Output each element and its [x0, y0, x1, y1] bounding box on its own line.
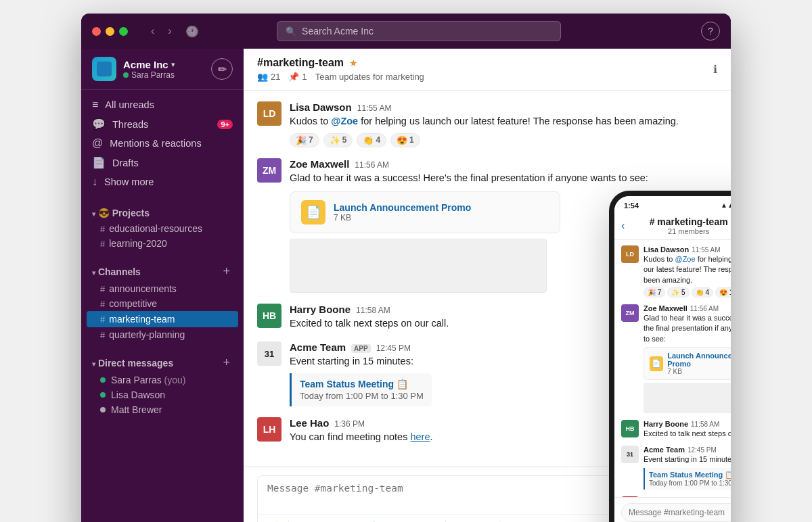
drafts-icon: 📄 — [92, 156, 106, 169]
phone-back-button[interactable]: ‹ — [621, 220, 625, 232]
emoji-button[interactable]: 😊 — [491, 519, 510, 522]
phone-message-input[interactable] — [621, 503, 731, 522]
back-button[interactable]: ‹ — [147, 22, 158, 41]
sidebar-item-all-unreads[interactable]: ≡ All unreads — [81, 95, 244, 114]
projects-section-header[interactable]: ▾ 😎 Projects — [81, 205, 244, 221]
channel-star-icon[interactable]: ★ — [349, 57, 358, 68]
event-time: Today from 1:00 PM to 1:30 PM — [300, 391, 424, 401]
minimize-button[interactable] — [106, 27, 114, 36]
message-row: LD Lisa Dawson 11:55 AM Kudos to @Zoe fo… — [257, 101, 717, 147]
search-input[interactable]: Search Acme Inc — [302, 26, 374, 37]
message-header: Lee Hao 1:36 PM — [290, 417, 433, 429]
phone-message-text: Excited to talk next steps on our call. — [644, 429, 731, 439]
file-type-icon: 📄 — [301, 200, 325, 224]
sidebar-item-mentions[interactable]: @ Mentions & reactions — [81, 134, 244, 153]
phone-time: 1:54 — [624, 201, 639, 210]
hash-icon: # — [100, 284, 105, 294]
quote-button[interactable]: ❝ — [410, 519, 422, 522]
mentions-icon: @ — [92, 137, 103, 149]
phone-message-time: 11:56 AM — [690, 305, 719, 312]
dm-name: Matt Brewer — [111, 404, 162, 415]
message-header: Harry Boone 11:58 AM — [290, 304, 449, 315]
reaction-item[interactable]: ✨ 5 — [323, 133, 353, 147]
history-button[interactable]: 🕐 — [181, 22, 203, 41]
projects-toggle-icon: ▾ — [92, 210, 95, 218]
channel-label: educational-resources — [109, 223, 202, 234]
phone-file-info: Launch Announcement Promo 7 KB — [667, 352, 731, 375]
search-bar[interactable]: 🔍 Search Acme Inc — [277, 21, 561, 41]
phone-mockup: 1:54 ▲▲▲ WiFi ▐▌ ‹ # marketing-team 21 m… — [609, 191, 731, 522]
channel-label: quarterly-planning — [109, 329, 185, 340]
phone-avatar: LD — [621, 245, 639, 263]
italic-button[interactable]: I — [311, 519, 320, 522]
strikethrough-button[interactable]: S — [323, 519, 336, 522]
channels-section-header[interactable]: ▾ Channels + — [81, 262, 244, 281]
channel-info-button[interactable]: ℹ — [713, 63, 717, 76]
channels-section: ▾ Channels + # announcements # competiti… — [81, 254, 244, 345]
text-format-button[interactable]: Aa — [451, 519, 470, 522]
phone-signal-icons: ▲▲▲ WiFi ▐▌ — [721, 201, 731, 209]
unordered-list-button[interactable]: ⁝ — [398, 519, 407, 522]
meeting-notes-link[interactable]: here — [410, 431, 430, 442]
dm-item-matt[interactable]: Matt Brewer — [81, 402, 244, 417]
message-header: Lisa Dawson 11:55 AM — [290, 101, 679, 113]
add-channel-button[interactable]: + — [220, 264, 233, 279]
phone-message-text: Kudos to @Zoe for helping us launch our … — [644, 254, 731, 285]
code-block-button[interactable]: ↲ — [425, 519, 440, 522]
dm-item-lisa[interactable]: Lisa Dawson — [81, 387, 244, 402]
code-button[interactable]: </> — [338, 519, 359, 522]
reaction-item[interactable]: 🎉 7 — [290, 133, 319, 147]
avatar: HB — [257, 304, 281, 328]
channel-item-quarterly-planning[interactable]: # quarterly-planning — [81, 327, 244, 342]
app-window: ‹ › 🕐 🔍 Search Acme Inc ? — [81, 14, 731, 522]
phone-messages-area[interactable]: LD Lisa Dawson 11:55 AM Kudos to @Zoe fo… — [614, 240, 731, 497]
forward-button[interactable]: › — [164, 22, 175, 41]
help-button[interactable]: ? — [701, 22, 720, 41]
channel-item-competitive[interactable]: # competitive — [81, 296, 244, 311]
phone-reaction[interactable]: 🎉 7 — [644, 287, 665, 298]
sidebar-item-show-more[interactable]: ↓ Show more — [81, 172, 244, 191]
reaction-item[interactable]: 😍 1 — [390, 133, 420, 147]
dm-item-sara[interactable]: Sara Parras (you) — [81, 373, 244, 387]
sidebar-item-drafts[interactable]: 📄 Drafts — [81, 153, 244, 172]
dm-section-label: Direct messages — [98, 358, 173, 369]
phone-message-content: Harry Boone 11:58 AM Excited to talk nex… — [644, 420, 731, 439]
message-author: Acme Team — [290, 341, 346, 353]
channel-label: competitive — [109, 298, 157, 309]
channel-item-announcements[interactable]: # announcements — [81, 281, 244, 296]
fullscreen-button[interactable] — [119, 27, 128, 36]
dm-section-header[interactable]: ▾ Direct messages + — [81, 353, 244, 373]
event-card[interactable]: Team Status Meeting 📋 Today from 1:00 PM… — [290, 373, 432, 406]
workspace-name[interactable]: Acme Inc ▾ — [123, 59, 175, 70]
threads-icon: 💬 — [92, 118, 106, 130]
traffic-lights — [92, 27, 128, 36]
channel-item-marketing-team[interactable]: # marketing-team — [87, 311, 238, 327]
channel-item-learning-2020[interactable]: # learning-2020 — [81, 236, 244, 251]
file-attachment[interactable]: 📄 Launch Announcement Promo 7 KB — [290, 191, 560, 233]
show-more-icon: ↓ — [92, 176, 97, 188]
compose-button[interactable]: ✏ — [211, 58, 233, 80]
phone-reaction[interactable]: ✨ 5 — [667, 287, 689, 298]
user-name: Sara Parras — [131, 70, 175, 80]
message-author: Lee Hao — [290, 417, 329, 429]
show-more-label: Show more — [104, 176, 154, 187]
link-button[interactable]: 🔗 — [362, 519, 380, 522]
message-header: Zoe Maxwell 11:56 AM — [290, 158, 648, 170]
channel-title: #marketing-team — [257, 57, 344, 69]
ordered-list-button[interactable]: ≡ — [383, 519, 395, 522]
bold-button[interactable]: B — [294, 519, 308, 522]
title-bar: ‹ › 🕐 🔍 Search Acme Inc ? — [81, 14, 731, 49]
channel-item-educational-resources[interactable]: # educational-resources — [81, 221, 244, 236]
close-button[interactable] — [92, 27, 101, 36]
mention-button[interactable]: @ — [472, 519, 489, 522]
phone-reaction[interactable]: 😍 1 — [715, 287, 731, 298]
reaction-item[interactable]: 👏 4 — [357, 133, 386, 147]
all-unreads-icon: ≡ — [92, 99, 98, 111]
phone-message-author: Lisa Dawson — [644, 245, 689, 254]
phone-file-attachment[interactable]: 📄 Launch Announcement Promo 7 KB — [644, 347, 731, 380]
add-dm-button[interactable]: + — [220, 356, 233, 370]
lightning-button[interactable]: ⚡ — [265, 519, 283, 522]
phone-event-card[interactable]: Team Status Meeting 📋 Today from 1:00 PM… — [644, 468, 731, 490]
sidebar-item-threads[interactable]: 💬 Threads 9+ — [81, 114, 244, 134]
phone-reaction[interactable]: 👏 4 — [692, 287, 713, 298]
